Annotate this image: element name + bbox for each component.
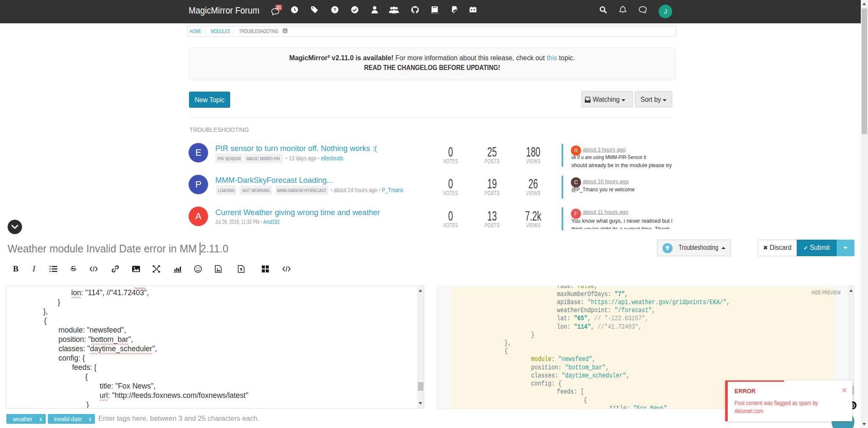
svg-text:?: ? <box>334 7 337 12</box>
